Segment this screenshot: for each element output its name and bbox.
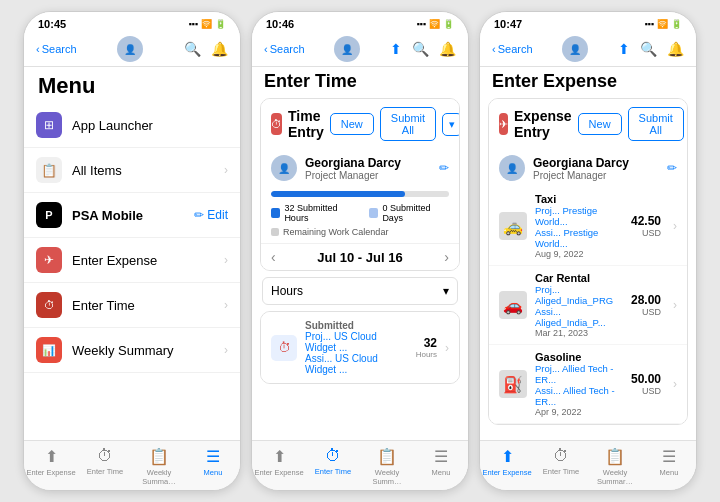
- tab-time-icon-2: ⏱: [325, 447, 341, 465]
- tab-weekly-label-3: Weekly Summar…: [588, 468, 642, 486]
- menu-title: Menu: [24, 67, 240, 103]
- tab-weekly-summary-2[interactable]: 📋 Weekly Summ…: [360, 447, 414, 486]
- all-items-icon: 📋: [36, 157, 62, 183]
- nav-icons-2: ⬆ 🔍 🔔: [390, 41, 456, 57]
- tab-menu-label-1: Menu: [204, 468, 223, 477]
- avatar-3[interactable]: 👤: [562, 36, 588, 62]
- progress-bar-wrap: [261, 187, 459, 199]
- tab-weekly-icon-3: 📋: [605, 447, 625, 466]
- bell-icon-3[interactable]: 🔔: [667, 41, 684, 57]
- enter-expense-chevron-icon: ›: [224, 253, 228, 267]
- nav-bar-2: ‹ Search 👤 ⬆ 🔍 🔔: [252, 32, 468, 67]
- expense-item-car-rental[interactable]: 🚗 Car Rental Proj... Aliged_India_PRG As…: [489, 266, 687, 345]
- tab-enter-expense-3[interactable]: ⬆ Enter Expense: [480, 447, 534, 486]
- tab-weekly-summary-1[interactable]: 📋 Weekly Summa…: [132, 447, 186, 486]
- avatar-1[interactable]: 👤: [117, 36, 143, 62]
- psa-icon: P: [36, 202, 62, 228]
- nav-bar-3: ‹ Search 👤 ⬆ 🔍 🔔: [480, 32, 696, 67]
- time-entry-item-card: ⏱ Submitted Proj... US Cloud Widget ... …: [260, 311, 460, 384]
- taxi-assi: Assi... Prestige World...: [535, 227, 623, 249]
- bell-icon-2[interactable]: 🔔: [439, 41, 456, 57]
- prev-date-button[interactable]: ‹: [271, 249, 276, 265]
- tab-expense-icon-1: ⬆: [45, 447, 58, 466]
- dropdown-button-2[interactable]: ▾: [442, 113, 460, 136]
- expense-item-gasoline[interactable]: ⛽ Gasoline Proj... Allied Tech - ER... A…: [489, 345, 687, 424]
- user-info-2: Georgiana Darcy Project Manager: [305, 156, 431, 181]
- menu-item-weekly-summary[interactable]: 📊 Weekly Summary ›: [24, 328, 240, 373]
- search-icon-3[interactable]: 🔍: [640, 41, 657, 57]
- search-icon-1[interactable]: 🔍: [184, 41, 201, 57]
- share-icon-2[interactable]: ⬆: [390, 41, 402, 57]
- entry-hours-block: 32 Hours: [416, 336, 437, 359]
- expense-entry-card-title: Expense Entry: [514, 108, 572, 140]
- user-edit-icon[interactable]: ✏: [439, 161, 449, 175]
- status-icons-3: ▪▪▪ 🛜 🔋: [644, 19, 682, 29]
- tab-expense-label-3: Enter Expense: [482, 468, 531, 477]
- tab-menu-label-3: Menu: [660, 468, 679, 477]
- gasoline-assi: Assi... Allied Tech - ER...: [535, 385, 623, 407]
- card-header-3: ✈ Expense Entry New Submit All: [489, 99, 687, 149]
- back-button-2[interactable]: ‹ Search: [264, 43, 305, 55]
- enter-time-chevron-icon: ›: [224, 298, 228, 312]
- car-rental-name: Car Rental: [535, 272, 623, 284]
- gasoline-amount: 50.00: [631, 372, 661, 386]
- submit-all-button-3[interactable]: Submit All: [628, 107, 684, 141]
- nav-bar-1: ‹ Search 👤 🔍 🔔: [24, 32, 240, 67]
- remaining-row: Remaining Work Calendar: [261, 227, 459, 243]
- tab-bar-2: ⬆ Enter Expense ⏱ Enter Time 📋 Weekly Su…: [252, 440, 468, 490]
- status-icons-1: ▪▪▪ 🛜 🔋: [188, 19, 226, 29]
- back-label-1: Search: [42, 43, 77, 55]
- user-role-2: Project Manager: [305, 170, 431, 181]
- hours-dropdown[interactable]: Hours ▾: [262, 277, 458, 305]
- car-rental-chevron-icon: ›: [673, 298, 677, 312]
- tab-enter-time-1[interactable]: ⏱ Enter Time: [78, 447, 132, 486]
- taxi-currency: USD: [631, 228, 661, 238]
- menu-item-enter-expense[interactable]: ✈ Enter Expense ›: [24, 238, 240, 283]
- tab-menu-icon-2: ☰: [434, 447, 448, 466]
- wifi-icon-2: 🛜: [429, 19, 440, 29]
- gasoline-name: Gasoline: [535, 351, 623, 363]
- back-button-3[interactable]: ‹ Search: [492, 43, 533, 55]
- expense-item-taxi[interactable]: 🚕 Taxi Proj... Prestige World... Assi...…: [489, 187, 687, 266]
- car-rental-date: Mar 21, 2023: [535, 328, 623, 338]
- tab-time-label-2: Enter Time: [315, 467, 351, 476]
- tab-enter-time-2[interactable]: ⏱ Enter Time: [306, 447, 360, 486]
- share-icon-3[interactable]: ⬆: [618, 41, 630, 57]
- tab-menu-3[interactable]: ☰ Menu: [642, 447, 696, 486]
- tab-enter-expense-2[interactable]: ⬆ Enter Expense: [252, 447, 306, 486]
- tab-expense-icon-3: ⬆: [501, 447, 514, 466]
- entry-proj: Proj... US Cloud Widget ...: [305, 331, 408, 353]
- tab-enter-expense-1[interactable]: ⬆ Enter Expense: [24, 447, 78, 486]
- taxi-thumbnail: 🚕: [499, 212, 527, 240]
- edit-button[interactable]: ✏ Edit: [194, 208, 228, 222]
- all-items-label: All Items: [72, 163, 214, 178]
- user-edit-icon-3[interactable]: ✏: [667, 161, 677, 175]
- gasoline-date: Apr 9, 2022: [535, 407, 623, 417]
- nav-icons-3: ⬆ 🔍 🔔: [618, 41, 684, 57]
- new-button-3[interactable]: New: [578, 113, 622, 135]
- avatar-2[interactable]: 👤: [334, 36, 360, 62]
- search-icon-2[interactable]: 🔍: [412, 41, 429, 57]
- taxi-amount: 42.50: [631, 214, 661, 228]
- tab-menu-2[interactable]: ☰ Menu: [414, 447, 468, 486]
- tab-menu-1[interactable]: ☰ Menu: [186, 447, 240, 486]
- time-entry-item[interactable]: ⏱ Submitted Proj... US Cloud Widget ... …: [261, 312, 459, 383]
- submit-all-button-2[interactable]: Submit All: [380, 107, 436, 141]
- signal-icon-2: ▪▪▪: [416, 19, 426, 29]
- time-2: 10:46: [266, 18, 294, 30]
- taxi-proj: Proj... Prestige World...: [535, 205, 623, 227]
- next-date-button[interactable]: ›: [444, 249, 449, 265]
- stat-submitted-days: 0 Submitted Days: [369, 203, 449, 223]
- back-button-1[interactable]: ‹ Search: [36, 43, 77, 55]
- new-button-2[interactable]: New: [330, 113, 374, 135]
- menu-item-app-launcher[interactable]: ⊞ App Launcher: [24, 103, 240, 148]
- menu-item-psa-mobile[interactable]: P PSA Mobile ✏ Edit: [24, 193, 240, 238]
- app-launcher-icon: ⊞: [36, 112, 62, 138]
- tab-bar-3: ⬆ Enter Expense ⏱ Enter Time 📋 Weekly Su…: [480, 440, 696, 490]
- tab-enter-time-3[interactable]: ⏱ Enter Time: [534, 447, 588, 486]
- card-actions-3: New Submit All: [578, 107, 684, 141]
- bell-icon-1[interactable]: 🔔: [211, 41, 228, 57]
- menu-item-enter-time[interactable]: ⏱ Enter Time ›: [24, 283, 240, 328]
- menu-item-all-items[interactable]: 📋 All Items ›: [24, 148, 240, 193]
- tab-weekly-summary-3[interactable]: 📋 Weekly Summar…: [588, 447, 642, 486]
